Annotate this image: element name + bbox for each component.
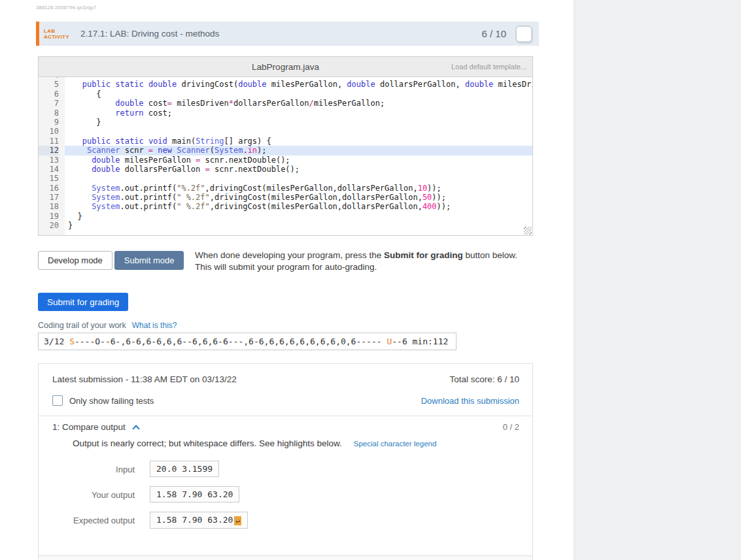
activity-score: 6 / 10 bbox=[481, 28, 506, 39]
trail-middle: ----O--6-,6-6,6-6,6,6--6,6,6-6---,6-6,6,… bbox=[75, 337, 387, 346]
instructions-pre: When done developing your program, press… bbox=[195, 250, 384, 260]
gutter-line-number: 12 bbox=[39, 146, 59, 155]
coding-trail-labels: Coding trail of your work What is this? bbox=[38, 321, 177, 330]
gutter-line-number: 7 bbox=[39, 99, 59, 108]
code-line-15[interactable] bbox=[65, 174, 532, 183]
lab-activity-header: LAB ACTIVITY 2.17.1: LAB: Driving cost -… bbox=[36, 22, 539, 46]
gutter-line-number: 17 bbox=[39, 193, 59, 202]
trail-submit-marker: U bbox=[387, 337, 392, 346]
test1-message: Output is nearly correct; but whitespace… bbox=[73, 438, 342, 448]
gutter-line-number: 9 bbox=[39, 118, 59, 127]
only-failing-checkbox[interactable] bbox=[52, 395, 63, 406]
gutter-line-number: 5 bbox=[39, 80, 59, 89]
code-area[interactable]: 4567891011121314151617181920 public stat… bbox=[39, 77, 532, 235]
gutter-line-number: 8 bbox=[39, 108, 59, 118]
your-output-value: 1.58 7.90 63.20 bbox=[150, 486, 239, 502]
expected-output-value: 1.58 7.90 63.20↵ bbox=[150, 512, 248, 529]
editor-header: LabProgram.java Load default template... bbox=[39, 57, 532, 77]
collapse-chevron-icon[interactable] bbox=[132, 425, 139, 432]
submission-header: Latest submission - 11:38 AM EDT on 03/1… bbox=[39, 364, 532, 384]
next-section-strip bbox=[39, 556, 532, 560]
your-output-label: Your output bbox=[39, 486, 135, 500]
right-background-panel bbox=[574, 0, 741, 560]
code-line-7[interactable]: double cost= milesDriven*dollarsPerGallo… bbox=[65, 99, 532, 108]
code-line-12[interactable]: Scanner scnr = new Scanner(System.in); bbox=[65, 146, 532, 155]
gutter-line-number: 6 bbox=[39, 90, 59, 99]
what-is-this-link[interactable]: What is this? bbox=[132, 321, 177, 330]
total-score-text: Total score: 6 / 10 bbox=[449, 374, 519, 384]
filter-row: Only show failing tests Download this su… bbox=[39, 395, 532, 406]
coding-trail-box: 3/12 S----O--6-,6-6,6-6,6,6--6,6,6-6---,… bbox=[38, 333, 457, 350]
page: 388126.2008794.qx3zqy7 LAB ACTIVITY 2.17… bbox=[0, 0, 741, 560]
badge-line-2: ACTIVITY bbox=[44, 34, 71, 40]
code-line-13[interactable]: double milesPerGallon = scnr.nextDouble(… bbox=[65, 156, 532, 165]
trail-start-marker: S bbox=[69, 337, 75, 346]
editor-filename: LabProgram.java bbox=[252, 62, 319, 72]
code-line-19[interactable]: } bbox=[65, 212, 532, 221]
gutter-line-number: 20 bbox=[39, 221, 59, 230]
watermark-id: 388126.2008794.qx3zqy7 bbox=[36, 5, 96, 10]
trail-suffix: --6 min:112 bbox=[392, 337, 448, 346]
expected-output-label: Expected output bbox=[39, 512, 135, 525]
code-line-6[interactable]: { bbox=[65, 90, 532, 99]
newline-marker: ↵ bbox=[234, 516, 241, 525]
gutter-line-number: 10 bbox=[39, 127, 59, 136]
mode-tabs: Develop mode Submit mode bbox=[38, 251, 184, 270]
editor-code-pane[interactable]: public static double drivingCost(double … bbox=[65, 77, 532, 235]
gutter-line-number: 16 bbox=[39, 184, 59, 193]
badge-line-1: LAB bbox=[44, 28, 71, 34]
test1-score: 0 / 2 bbox=[503, 422, 519, 432]
test1-title: 1: Compare output bbox=[52, 422, 126, 432]
input-label: Input bbox=[39, 461, 135, 474]
develop-mode-tab[interactable]: Develop mode bbox=[38, 251, 112, 270]
next-section-divider bbox=[39, 555, 532, 556]
trail-prefix: 3/12 bbox=[44, 337, 69, 346]
editor-gutter: 4567891011121314151617181920 bbox=[39, 77, 65, 235]
code-line-8[interactable]: return cost; bbox=[65, 108, 532, 118]
gutter-line-number: 11 bbox=[39, 137, 59, 146]
expected-output-row: Expected output 1.58 7.90 63.20↵ bbox=[39, 507, 532, 533]
code-line-18[interactable]: System.out.printf(" %.2f",drivingCost(mi… bbox=[65, 202, 532, 211]
gutter-line-number: 15 bbox=[39, 174, 59, 183]
download-submission-link[interactable]: Download this submission bbox=[421, 396, 519, 406]
test1-header[interactable]: 1: Compare output 0 / 2 bbox=[39, 416, 532, 436]
code-line-16[interactable]: System.out.printf("%.2f",drivingCost(mil… bbox=[65, 184, 532, 193]
latest-submission-text: Latest submission - 11:38 AM EDT on 03/1… bbox=[52, 374, 237, 384]
submit-mode-tab[interactable]: Submit mode bbox=[114, 251, 184, 270]
coding-trail-caption: Coding trail of your work bbox=[38, 321, 126, 330]
gutter-line-number: 13 bbox=[39, 156, 59, 165]
instructions-bold: Submit for grading bbox=[384, 250, 463, 260]
code-line-17[interactable]: System.out.printf(" %.2f",drivingCost(mi… bbox=[65, 193, 532, 202]
page-title: 2.17.1: LAB: Driving cost - methods bbox=[80, 29, 219, 39]
gutter-line-number: 19 bbox=[39, 212, 59, 221]
input-row: Input 20.0 3.1599 bbox=[39, 456, 532, 482]
expected-output-text: 1.58 7.90 63.20 bbox=[156, 515, 233, 525]
editor-resize-handle[interactable] bbox=[524, 227, 532, 235]
code-line-10[interactable] bbox=[65, 127, 532, 136]
code-editor: LabProgram.java Load default template...… bbox=[38, 56, 533, 236]
your-output-row: Your output 1.58 7.90 63.20 bbox=[39, 482, 532, 507]
code-line-11[interactable]: public static void main(String[] args) { bbox=[65, 137, 532, 146]
completion-box-icon[interactable] bbox=[515, 25, 532, 42]
instructions-text: When done developing your program, press… bbox=[195, 250, 519, 273]
code-line-20[interactable]: } bbox=[65, 221, 532, 230]
code-line-5[interactable]: public static double drivingCost(double … bbox=[65, 80, 532, 89]
input-value: 20.0 3.1599 bbox=[150, 461, 219, 477]
code-line-14[interactable]: double dollarsPerGallon = scnr.nextDoubl… bbox=[65, 165, 532, 174]
test1-message-row: Output is nearly correct; but whitespace… bbox=[39, 436, 532, 456]
code-line-9[interactable]: } bbox=[65, 118, 532, 127]
only-failing-label: Only show failing tests bbox=[69, 396, 421, 406]
special-character-legend-link[interactable]: Special character legend bbox=[354, 440, 437, 448]
lab-activity-badge: LAB ACTIVITY bbox=[44, 28, 71, 40]
submission-card: Latest submission - 11:38 AM EDT on 03/1… bbox=[38, 363, 533, 560]
gutter-line-number: 18 bbox=[39, 202, 59, 211]
load-default-template-link[interactable]: Load default template... bbox=[451, 63, 526, 71]
submit-for-grading-button[interactable]: Submit for grading bbox=[38, 293, 128, 311]
gutter-line-number: 14 bbox=[39, 165, 59, 174]
